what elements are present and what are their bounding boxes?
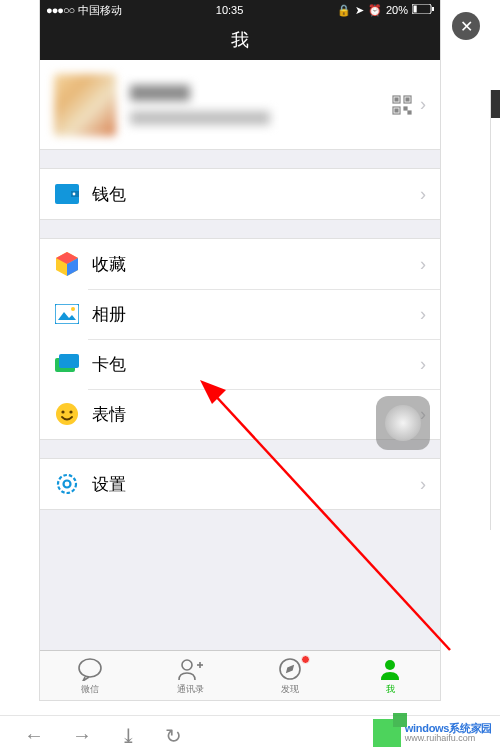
svg-point-24 [69,410,72,413]
wallet-icon [54,181,80,207]
signal-dots: ●●●○○ [46,4,74,16]
row-label: 卡包 [92,353,420,376]
forward-icon[interactable]: → [72,724,92,747]
row-label: 表情 [92,403,420,426]
location-icon: ➤ [355,4,364,17]
status-bar: ●●●○○ 中国移动 10:35 🔒 ➤ ⏰ 20% [40,0,440,20]
svg-rect-8 [395,109,398,112]
row-wallet[interactable]: 钱包 › [40,169,440,219]
svg-point-29 [79,659,101,677]
alarm-icon: ⏰ [368,4,382,17]
tab-label: 发现 [281,683,299,696]
discover-icon [277,656,303,682]
svg-point-30 [182,660,192,670]
row-cards[interactable]: 卡包 › [40,339,440,389]
avatar [54,74,116,136]
stickers-icon [54,401,80,427]
chevron-right-icon: › [420,94,426,115]
battery-icon [412,4,434,16]
row-label: 相册 [92,303,420,326]
chevron-right-icon: › [420,474,426,495]
svg-rect-10 [408,111,411,114]
tab-label: 通讯录 [177,683,204,696]
watermark-url: www.ruihaifu.com [405,734,492,744]
tab-label: 我 [386,683,395,696]
svg-point-19 [71,307,75,311]
carrier-label: 中国移动 [78,3,122,18]
refresh-icon[interactable]: ↻ [165,724,182,748]
download-icon[interactable]: ⤓ [120,724,137,748]
tab-label: 微信 [81,683,99,696]
battery-percent: 20% [386,4,408,16]
content-area: › 钱包 › 收藏 › [40,60,440,650]
row-settings[interactable]: 设置 › [40,459,440,509]
nav-bar: 我 [40,20,440,60]
svg-point-25 [58,475,76,493]
row-album[interactable]: 相册 › [40,289,440,339]
svg-point-22 [56,403,78,425]
profile-text [130,85,392,125]
svg-marker-34 [287,666,293,672]
phone-screen: ●●●○○ 中国移动 10:35 🔒 ➤ ⏰ 20% 我 [40,0,440,700]
cards-icon [54,351,80,377]
lock-icon: 🔒 [337,4,351,17]
page-title: 我 [231,28,249,52]
svg-point-35 [385,660,395,670]
watermark-logo [373,719,401,747]
back-icon[interactable]: ← [24,724,44,747]
row-label: 钱包 [92,183,420,206]
row-label: 设置 [92,473,420,496]
svg-rect-2 [432,7,434,11]
album-icon [54,301,80,327]
watermark: windows系统家园 www.ruihaifu.com [373,719,492,747]
tab-me[interactable]: 我 [340,651,440,700]
svg-point-13 [73,193,76,196]
row-favorites[interactable]: 收藏 › [40,239,440,289]
badge-dot [301,655,310,664]
chevron-right-icon: › [420,254,426,275]
tab-contacts[interactable]: 通讯录 [140,651,240,700]
assistive-touch-icon [385,405,421,441]
profile-row[interactable]: › [40,60,440,150]
chevron-right-icon: › [420,184,426,205]
me-icon [377,656,403,682]
tab-discover[interactable]: 发现 [240,651,340,700]
svg-rect-21 [59,354,79,368]
tab-bar: 微信 通讯录 发现 我 [40,650,440,700]
svg-point-23 [61,410,64,413]
chevron-right-icon: › [420,354,426,375]
background-sliver [490,90,500,530]
settings-icon [54,471,80,497]
svg-rect-4 [395,98,398,101]
contacts-icon [177,656,203,682]
svg-rect-1 [413,6,416,13]
qr-code-icon [392,95,412,115]
svg-point-26 [64,481,71,488]
svg-rect-17 [55,304,79,324]
svg-rect-9 [404,107,407,110]
row-label: 收藏 [92,253,420,276]
svg-rect-6 [406,98,409,101]
tab-chats[interactable]: 微信 [40,651,140,700]
assistive-touch[interactable] [376,396,430,450]
chevron-right-icon: › [420,304,426,325]
chat-icon [77,656,103,682]
status-time: 10:35 [216,4,244,16]
favorites-icon [54,251,80,277]
close-button[interactable]: ✕ [452,12,480,40]
